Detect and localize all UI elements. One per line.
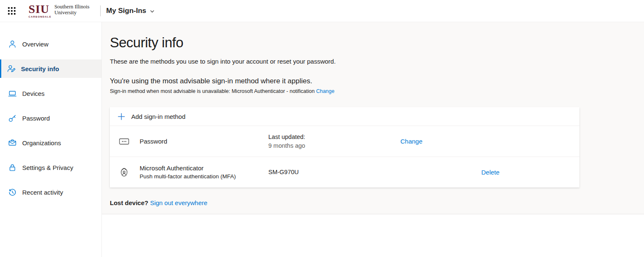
sign-in-methods-card: Add sign-in method xyxy=(110,107,579,188)
key-icon xyxy=(8,114,17,123)
sidebar-item-label: Security info xyxy=(21,65,59,72)
siu-logo-mark: SIU xyxy=(29,4,49,15)
sidebar-item-overview[interactable]: Overview xyxy=(0,35,101,53)
sidebar-item-label: Organizations xyxy=(22,139,61,146)
sidebar-nav: Overview Security info Devices Password xyxy=(0,22,102,257)
sidebar-item-security-info[interactable]: Security info xyxy=(0,59,101,78)
siu-logo-campus: CARBONDALE xyxy=(29,15,52,18)
method-row-password: Password Last updated: 9 months ago Chan… xyxy=(110,126,579,157)
lost-device-row: Lost device? Sign out everywhere xyxy=(110,199,644,206)
sign-out-everywhere-link[interactable]: Sign out everywhere xyxy=(150,199,208,206)
lost-device-label: Lost device? xyxy=(110,199,148,206)
method-name: Password xyxy=(140,137,167,146)
authenticator-icon xyxy=(119,167,130,178)
app-title-menu[interactable]: My Sign-Ins xyxy=(106,7,154,15)
person-icon xyxy=(8,40,17,49)
page-title: Security info xyxy=(110,35,644,51)
sidebar-item-label: Password xyxy=(22,115,50,122)
advisory-detail: Sign-in method when most advisable is un… xyxy=(110,88,644,94)
sidebar-item-password[interactable]: Password xyxy=(0,109,101,127)
content-lower-whitespace xyxy=(102,214,644,257)
sidebar-item-settings-privacy[interactable]: Settings & Privacy xyxy=(0,158,101,177)
app-launcher-button[interactable] xyxy=(2,1,22,21)
siu-logo: SIU CARBONDALE Southern Illinois Univers… xyxy=(29,4,89,18)
history-icon xyxy=(8,188,17,197)
plus-icon xyxy=(117,113,125,121)
password-change-link[interactable]: Change xyxy=(400,138,423,145)
sidebar-item-organizations[interactable]: Organizations xyxy=(0,134,101,152)
waffle-icon xyxy=(8,7,16,15)
advisory-change-link[interactable]: Change xyxy=(316,88,335,94)
siu-logo-name: Southern Illinois University xyxy=(55,4,90,15)
sidebar-item-label: Recent activity xyxy=(22,189,63,196)
authenticator-delete-link[interactable]: Delete xyxy=(481,169,499,176)
method-name: Microsoft Authenticator xyxy=(140,164,236,172)
header-divider xyxy=(100,5,101,16)
app-title-label: My Sign-Ins xyxy=(106,7,146,15)
add-sign-in-method-button[interactable]: Add sign-in method xyxy=(110,107,579,126)
top-header: SIU CARBONDALE Southern Illinois Univers… xyxy=(0,0,644,22)
security-info-panel: Security info These are the methods you … xyxy=(102,22,644,214)
chevron-down-icon xyxy=(150,9,155,14)
briefcase-icon xyxy=(8,139,17,147)
method-detail: Last updated: 9 months ago xyxy=(268,133,400,150)
laptop-icon xyxy=(8,89,17,98)
person-edit-icon xyxy=(7,64,16,73)
add-sign-in-method-label: Add sign-in method xyxy=(131,113,185,120)
method-detail: SM-G970U xyxy=(268,168,400,177)
password-icon xyxy=(119,136,130,147)
sidebar-item-label: Settings & Privacy xyxy=(22,164,73,171)
sidebar-item-label: Devices xyxy=(22,90,44,97)
sidebar-item-devices[interactable]: Devices xyxy=(0,84,101,103)
method-row-authenticator: Microsoft Authenticator Push multi-facto… xyxy=(110,157,579,188)
lock-icon xyxy=(8,163,17,172)
sidebar-item-label: Overview xyxy=(22,41,49,48)
advisory-heading: You're using the most advisable sign-in … xyxy=(110,77,644,85)
sidebar-item-recent-activity[interactable]: Recent activity xyxy=(0,183,101,201)
page-subtitle: These are the methods you use to sign in… xyxy=(110,58,644,65)
method-name-sub: Push multi-factor authentication (MFA) xyxy=(140,172,236,181)
